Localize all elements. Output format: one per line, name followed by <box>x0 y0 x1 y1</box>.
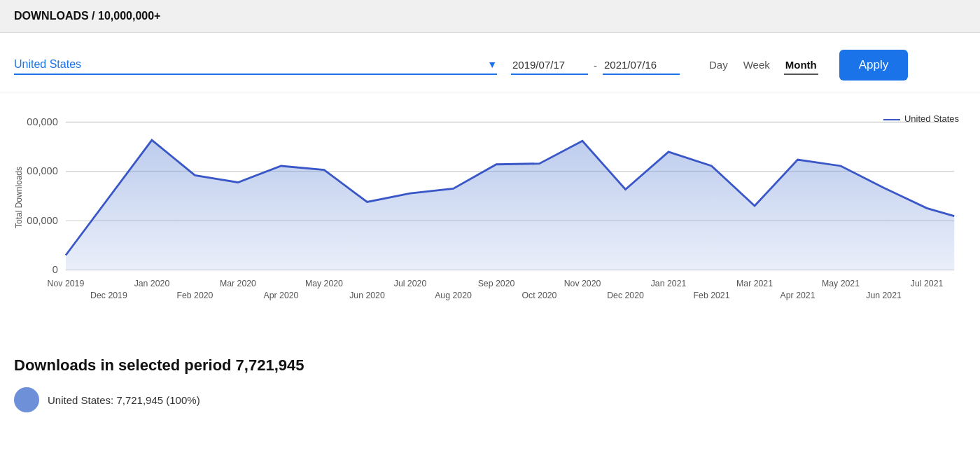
chart-svg: 600,000 400,000 200,000 0 <box>27 106 966 326</box>
period-month-button[interactable]: Month <box>784 56 818 75</box>
period-week-button[interactable]: Week <box>742 56 771 75</box>
chart-legend: United States <box>883 113 959 124</box>
svg-text:May 2020: May 2020 <box>305 279 343 288</box>
chart-container: Total Downloads 600,000 400,000 200,000 … <box>14 106 966 328</box>
svg-text:Feb 2021: Feb 2021 <box>694 291 730 300</box>
y-axis-label: Total Downloads <box>14 106 24 288</box>
svg-text:Oct 2020: Oct 2020 <box>522 291 557 300</box>
svg-text:Apr 2021: Apr 2021 <box>780 291 816 300</box>
svg-text:Sep 2020: Sep 2020 <box>478 279 515 288</box>
chart-inner: 600,000 400,000 200,000 0 <box>27 106 966 328</box>
date-separator: - <box>594 60 597 71</box>
summary-title: Downloads in selected period 7,721,945 <box>14 356 966 375</box>
svg-text:600,000: 600,000 <box>27 116 58 127</box>
svg-text:May 2021: May 2021 <box>822 279 860 288</box>
country-stat: United States: 7,721,945 (100%) <box>14 387 966 412</box>
svg-text:Jun 2020: Jun 2020 <box>349 291 385 300</box>
svg-text:Dec 2020: Dec 2020 <box>607 291 644 300</box>
svg-text:Jun 2021: Jun 2021 <box>866 291 902 300</box>
svg-text:Nov 2019: Nov 2019 <box>48 279 85 288</box>
svg-text:Mar 2020: Mar 2020 <box>220 279 256 288</box>
period-selector: Day Week Month <box>708 56 818 75</box>
date-range-wrap: - <box>511 56 680 75</box>
controls-row: United States ▼ - Day Week Month Apply <box>0 33 980 92</box>
svg-text:Mar 2021: Mar 2021 <box>736 279 773 288</box>
country-dot-icon <box>14 387 39 412</box>
svg-text:Jul 2020: Jul 2020 <box>394 279 427 288</box>
header-bar: DOWNLOADS / 10,000,000+ <box>0 0 980 33</box>
svg-text:Feb 2020: Feb 2020 <box>176 291 213 300</box>
chevron-down-icon: ▼ <box>487 59 497 70</box>
svg-text:Aug 2020: Aug 2020 <box>435 291 472 300</box>
svg-text:Jan 2021: Jan 2021 <box>651 279 687 288</box>
svg-text:0: 0 <box>52 264 58 275</box>
apply-button[interactable]: Apply <box>839 50 909 81</box>
legend-label: United States <box>904 113 959 124</box>
svg-text:200,000: 200,000 <box>27 215 58 226</box>
svg-text:Apr 2020: Apr 2020 <box>264 291 299 300</box>
date-end-input[interactable] <box>603 56 680 75</box>
country-label: United States <box>14 58 81 71</box>
date-start-input[interactable] <box>511 56 588 75</box>
chart-section: Total Downloads 600,000 400,000 200,000 … <box>0 92 980 335</box>
chart-area <box>66 140 954 270</box>
legend-line-icon <box>883 119 900 120</box>
country-stat-text: United States: 7,721,945 (100%) <box>48 394 200 406</box>
svg-text:Nov 2020: Nov 2020 <box>564 279 601 288</box>
summary-section: Downloads in selected period 7,721,945 U… <box>0 335 980 419</box>
country-selector-wrap[interactable]: United States ▼ <box>14 55 497 75</box>
page-title: DOWNLOADS / 10,000,000+ <box>14 10 160 22</box>
svg-text:Jul 2021: Jul 2021 <box>911 279 944 288</box>
svg-text:Jan 2020: Jan 2020 <box>134 279 170 288</box>
svg-text:Dec 2019: Dec 2019 <box>90 291 127 300</box>
svg-text:400,000: 400,000 <box>27 165 58 176</box>
country-selector[interactable]: United States ▼ <box>14 55 497 74</box>
period-day-button[interactable]: Day <box>708 56 729 75</box>
